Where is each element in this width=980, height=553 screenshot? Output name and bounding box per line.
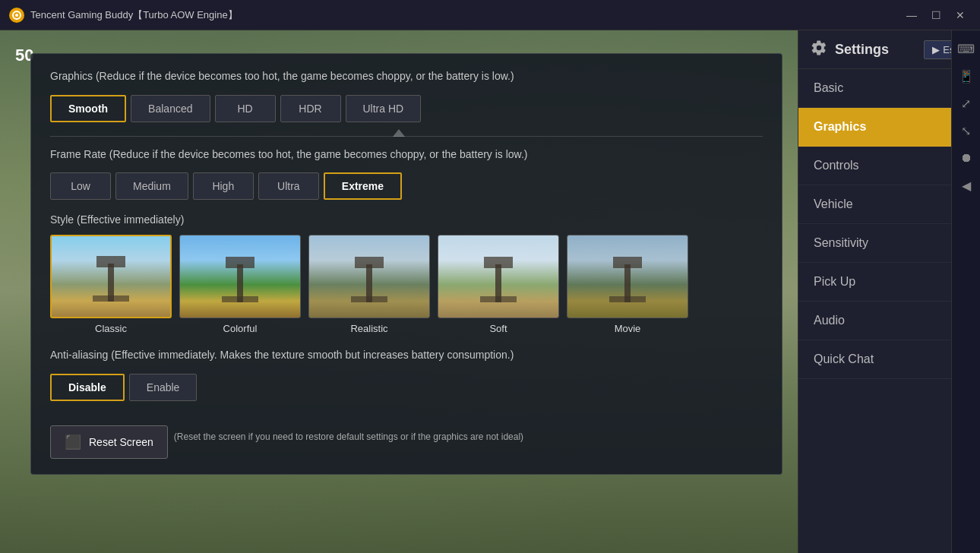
resize-icon-btn[interactable]: ⤡ [954, 118, 978, 143]
style-soft-image [438, 235, 559, 318]
style-colorful-image [179, 235, 301, 318]
right-icon-bar: ⌨ 📱 ⤢ ⤡ ⏺ ◀ [951, 30, 980, 553]
sidebar-item-sensitivity-label: Sensitivity [814, 236, 868, 249]
sidebar-item-pickup-label: Pick Up [814, 275, 855, 288]
framerate-btn-group: Low Medium High Ultra Extreme [50, 172, 763, 200]
sidebar-item-basic-label: Basic [814, 81, 843, 94]
quality-hd-btn[interactable]: HD [215, 95, 276, 122]
aliasing-section: Anti-aliasing (Effective immediately. Ma… [50, 348, 763, 401]
right-sidebar: Settings ▶ Esc Basic Graphics Controls V… [798, 30, 980, 553]
reset-screen-button[interactable]: ⬛ Reset Screen [50, 425, 168, 459]
aliasing-btn-group: Disable Enable [50, 374, 763, 401]
quality-hdr-btn[interactable]: HDR [280, 95, 341, 122]
divider-1 [50, 136, 763, 137]
style-movie-label: Movie [615, 323, 641, 334]
sidebar-item-vehicle-label: Vehicle [814, 198, 853, 210]
realistic-tower-icon [366, 264, 372, 302]
framerate-section-label: Frame Rate (Reduce if the device becomes… [50, 147, 763, 163]
quality-section-label: Graphics (Reduce if the device becomes t… [50, 69, 763, 84]
arrow-left-icon: ▶ [932, 44, 940, 55]
quality-btn-group: Smooth Balanced HD HDR Ultra HD [50, 95, 763, 122]
quality-balanced-btn[interactable]: Balanced [131, 95, 210, 122]
settings-title-text: Settings [835, 42, 889, 58]
reset-screen-icon: ⬛ [65, 434, 81, 450]
title-bar: Tencent Gaming Buddy【Turbo AOW Engine】 —… [0, 0, 980, 30]
settings-overlay-panel: Graphics (Reduce if the device becomes t… [30, 53, 782, 475]
minimize-button[interactable]: — [901, 7, 922, 24]
app-title: Tencent Gaming Buddy【Turbo AOW Engine】 [30, 8, 238, 22]
framerate-high-btn[interactable]: High [193, 172, 254, 200]
movie-tower-icon [624, 264, 631, 302]
framerate-medium-btn[interactable]: Medium [115, 172, 188, 200]
style-thumbnails: Classic Colorful Realistic [50, 235, 763, 334]
app-icon [9, 8, 24, 23]
style-movie-image [567, 235, 688, 318]
phone-icon-btn[interactable]: 📱 [954, 64, 978, 88]
style-movie-thumb[interactable]: Movie [567, 235, 688, 334]
maximize-button[interactable]: ☐ [925, 7, 947, 24]
sidebar-item-audio-label: Audio [814, 314, 845, 327]
aliasing-section-label: Anti-aliasing (Effective immediately. Ma… [50, 348, 763, 363]
quality-smooth-btn[interactable]: Smooth [50, 95, 126, 122]
style-soft-label: Soft [489, 323, 507, 334]
expand-icon-btn[interactable]: ⤢ [954, 91, 978, 115]
back-icon-btn[interactable]: ◀ [954, 173, 978, 198]
sidebar-item-graphics-label: Graphics [814, 120, 866, 133]
style-classic-label: Classic [95, 323, 127, 334]
style-section-label: Style (Effective immediately) [50, 213, 763, 226]
framerate-ultra-btn[interactable]: Ultra [258, 172, 319, 200]
aliasing-disable-btn[interactable]: Disable [50, 374, 125, 401]
style-realistic-image [308, 235, 430, 318]
style-realistic-thumb[interactable]: Realistic [308, 235, 430, 334]
record-icon-btn[interactable]: ⏺ [954, 146, 978, 170]
colorful-tower-icon [237, 264, 243, 302]
style-colorful-label: Colorful [223, 323, 258, 334]
svg-point-1 [15, 14, 18, 17]
soft-tower-icon [495, 264, 501, 302]
reset-screen-label: Reset Screen [89, 436, 153, 448]
sidebar-item-quickchat-label: Quick Chat [814, 352, 874, 365]
close-button[interactable]: ✕ [950, 7, 971, 24]
scroll-indicator [393, 129, 405, 137]
settings-title-group: Settings [811, 40, 889, 59]
style-colorful-thumb[interactable]: Colorful [179, 235, 301, 334]
gear-icon [811, 40, 827, 59]
quality-ultrahd-btn[interactable]: Ultra HD [346, 95, 422, 122]
title-bar-left: Tencent Gaming Buddy【Turbo AOW Engine】 [9, 8, 238, 23]
sidebar-item-controls-label: Controls [814, 159, 859, 172]
style-realistic-label: Realistic [350, 323, 387, 334]
framerate-low-btn[interactable]: Low [50, 172, 111, 200]
keyboard-icon-btn[interactable]: ⌨ [954, 36, 978, 61]
game-panel: 50 Graphics (Reduce if the device become… [0, 30, 798, 553]
aliasing-enable-btn[interactable]: Enable [129, 374, 198, 401]
reset-screen-row: ⬛ Reset Screen (Reset the screen if you … [50, 415, 763, 459]
title-bar-controls[interactable]: — ☐ ✕ [901, 7, 971, 24]
style-soft-thumb[interactable]: Soft [438, 235, 559, 334]
style-classic-image [50, 235, 172, 318]
reset-screen-hint: (Reset the screen if you need to restore… [174, 431, 523, 442]
framerate-extreme-btn[interactable]: Extreme [324, 172, 402, 200]
style-classic-thumb[interactable]: Classic [50, 235, 172, 334]
classic-tower-icon [108, 264, 114, 302]
main-content: 50 Graphics (Reduce if the device become… [0, 30, 980, 553]
